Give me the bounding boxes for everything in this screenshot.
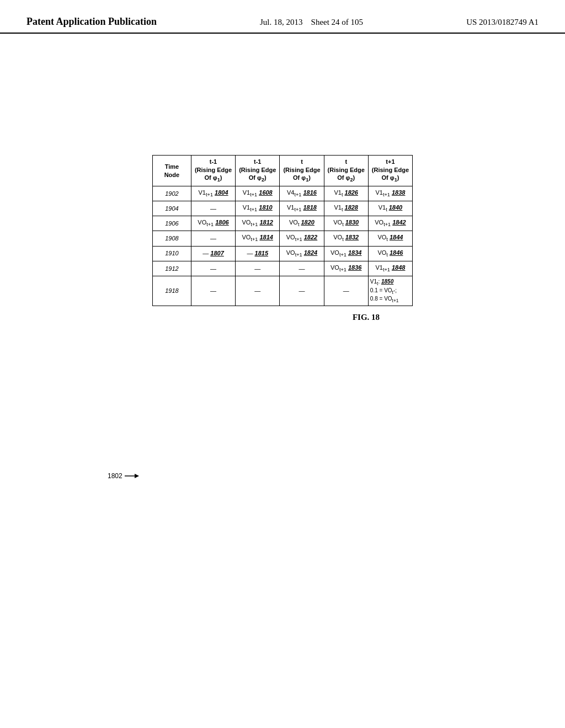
- cell-1906-col1: VOt+1 1806: [191, 216, 235, 231]
- cell-1908-col2: VOt+1 1814: [236, 231, 280, 246]
- figure-container: TimeNode t-1(Rising EdgeOf φ1) t-1(Risin…: [152, 155, 413, 322]
- table-row: 1904 — V1t+1 1810 V1t+1 1818 V1t 1828 V1…: [152, 201, 412, 216]
- cell-1918-col4: —: [324, 276, 368, 306]
- cell-1904-col4: V1t 1828: [324, 201, 368, 216]
- cell-1904-col2: V1t+1 1810: [236, 201, 280, 216]
- patent-number: US 2013/0182749 A1: [466, 15, 539, 27]
- cell-1910-col2: — 1815: [236, 246, 280, 261]
- col-header-t-phi1: t(Rising EdgeOf φ1): [280, 156, 324, 186]
- publication-title: Patent Application Publication: [26, 15, 157, 28]
- col-header-time-node: TimeNode: [152, 156, 191, 186]
- cell-1918-col5: V1t: 1850 0.1 = VOt-; 0.8 = VOt+1: [368, 276, 412, 306]
- table-ref-label: 1802: [108, 472, 141, 480]
- cell-1912-col5: V1t+1 1848: [368, 261, 412, 276]
- table-row: 1912 — — — VOt+1 1836 V1t+1 1848: [152, 261, 412, 276]
- table-row: 1902 V1t+1 1804 V1t+1 1608 V4t+1 1816 V1…: [152, 186, 412, 201]
- col-header-t-plus1-phi1: t+1(Rising EdgeOf φ1): [368, 156, 412, 186]
- cell-time: 1908: [152, 231, 191, 246]
- cell-1904-col1: —: [191, 201, 235, 216]
- cell-time: 1906: [152, 216, 191, 231]
- cell-1912-col1: —: [191, 261, 235, 276]
- page-content: TimeNode t-1(Rising EdgeOf φ1) t-1(Risin…: [0, 34, 565, 344]
- col-header-t-phi2: t(Rising EdgeOf φ2): [324, 156, 368, 186]
- cell-time: 1902: [152, 186, 191, 201]
- cell-1906-col4: VOt 1830: [324, 216, 368, 231]
- cell-1908-col3: VOt+1 1822: [280, 231, 324, 246]
- cell-1902-col2: V1t+1 1608: [236, 186, 280, 201]
- arrow-icon: [125, 472, 141, 480]
- cell-1908-col5: VOt 1844: [368, 231, 412, 246]
- table-row: 1918 — — — — V1t: 1850 0.1 = VOt-; 0.8 =…: [152, 276, 412, 306]
- cell-1910-col3: VOt+1 1824: [280, 246, 324, 261]
- cell-time: 1918: [152, 276, 191, 306]
- table-row: 1910 — 1807 — 1815 VOt+1 1824 VOt+1 1834: [152, 246, 412, 261]
- publication-date: Jul. 18, 2013 Sheet 24 of 105: [260, 15, 363, 27]
- cell-1910-col1: — 1807: [191, 246, 235, 261]
- cell-1912-col4: VOt+1 1836: [324, 261, 368, 276]
- cell-time: 1912: [152, 261, 191, 276]
- cell-1918-col1: —: [191, 276, 235, 306]
- cell-1918-col2: —: [236, 276, 280, 306]
- page-header: Patent Application Publication Jul. 18, …: [0, 0, 565, 34]
- cell-1918-col3: —: [280, 276, 324, 306]
- col-header-t-minus1-phi2: t-1(Rising EdgeOf φ2): [236, 156, 280, 186]
- cell-1906-col3: VOt 1820: [280, 216, 324, 231]
- svg-marker-1: [135, 474, 139, 478]
- cell-1904-col5: V1t 1840: [368, 201, 412, 216]
- cell-1908-col1: —: [191, 231, 235, 246]
- cell-1912-col3: —: [280, 261, 324, 276]
- cell-1910-col5: VOt 1846: [368, 246, 412, 261]
- cell-1906-col2: VOt+1 1812: [236, 216, 280, 231]
- cell-1902-col4: V1t 1826: [324, 186, 368, 201]
- cell-1912-col2: —: [236, 261, 280, 276]
- cell-1904-col3: V1t+1 1818: [280, 201, 324, 216]
- figure-label: FIG. 18: [353, 313, 380, 322]
- cell-1906-col5: VOt+1 1842: [368, 216, 412, 231]
- cell-time: 1904: [152, 201, 191, 216]
- cell-1908-col4: VOt 1832: [324, 231, 368, 246]
- data-table: TimeNode t-1(Rising EdgeOf φ1) t-1(Risin…: [152, 155, 413, 306]
- cell-time: 1910: [152, 246, 191, 261]
- col-header-t-minus1-phi1: t-1(Rising EdgeOf φ1): [191, 156, 235, 186]
- table-row: 1908 — VOt+1 1814 VOt+1 1822 VOt 1832 VO…: [152, 231, 412, 246]
- cell-1902-col5: V1t+1 1838: [368, 186, 412, 201]
- table-row: 1906 VOt+1 1806 VOt+1 1812 VOt 1820 VOt …: [152, 216, 412, 231]
- cell-1910-col4: VOt+1 1834: [324, 246, 368, 261]
- cell-1902-col1: V1t+1 1804: [191, 186, 235, 201]
- cell-1902-col3: V4t+1 1816: [280, 186, 324, 201]
